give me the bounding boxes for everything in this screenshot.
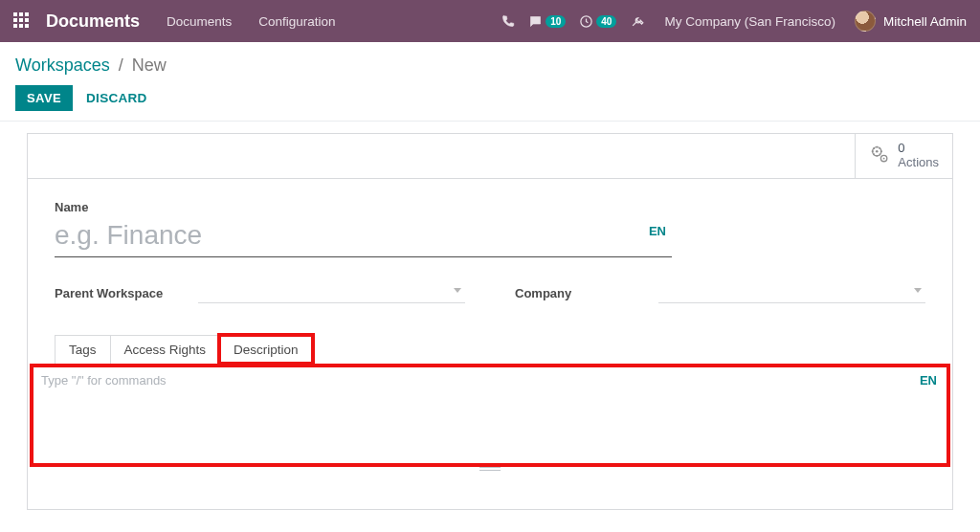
svg-point-4	[883, 158, 885, 160]
nav-documents[interactable]: Documents	[167, 14, 232, 29]
tab-tags[interactable]: Tags	[55, 335, 111, 364]
tab-description[interactable]: Description	[219, 335, 313, 364]
company-switcher[interactable]: My Company (San Francisco)	[664, 14, 835, 29]
phone-icon[interactable]	[501, 14, 515, 29]
name-input[interactable]	[55, 218, 672, 257]
breadcrumb: Workspaces / New	[15, 55, 965, 76]
actions-count: 0	[898, 142, 939, 156]
tabs: Tags Access Rights Description	[55, 335, 925, 364]
company-select[interactable]	[658, 282, 925, 303]
avatar	[855, 11, 876, 32]
actions-stat-button[interactable]: 0 Actions	[855, 134, 952, 178]
app-title: Documents	[46, 11, 140, 32]
company-label: Company	[515, 282, 658, 300]
breadcrumb-current: New	[132, 55, 167, 75]
actions-label: Actions	[898, 156, 939, 170]
dev-tools-icon[interactable]	[630, 14, 644, 29]
description-translate-button[interactable]: EN	[920, 373, 937, 388]
tab-access-rights[interactable]: Access Rights	[110, 335, 221, 364]
svg-point-2	[876, 150, 879, 153]
name-translate-button[interactable]: EN	[649, 224, 666, 238]
chat-icon[interactable]: 10	[528, 14, 566, 29]
chat-badge: 10	[546, 15, 566, 28]
nav-configuration[interactable]: Configuration	[258, 14, 335, 29]
parent-workspace-label: Parent Workspace	[55, 282, 198, 300]
control-panel: Workspaces / New SAVE DISCARD	[0, 42, 980, 122]
statusbar: 0 Actions	[28, 134, 952, 179]
breadcrumb-root[interactable]: Workspaces	[15, 55, 110, 75]
resize-handle[interactable]	[479, 467, 501, 471]
navbar: Documents Documents Configuration 10 40 …	[0, 0, 980, 42]
form-sheet: 0 Actions Name EN Parent Workspace Compa…	[27, 133, 953, 510]
save-button[interactable]: SAVE	[15, 85, 73, 111]
page-body: 0 Actions Name EN Parent Workspace Compa…	[0, 122, 980, 510]
user-menu[interactable]: Mitchell Admin	[855, 11, 967, 32]
user-name: Mitchell Admin	[883, 14, 967, 29]
gears-icon	[869, 144, 890, 168]
description-editor[interactable]: Type "/" for commands EN	[28, 364, 952, 467]
discard-button[interactable]: DISCARD	[86, 91, 147, 105]
name-label: Name	[55, 200, 925, 214]
apps-icon[interactable]	[13, 12, 31, 30]
activity-badge: 40	[596, 15, 616, 28]
activity-icon[interactable]: 40	[579, 14, 616, 29]
parent-workspace-select[interactable]	[198, 282, 465, 303]
editor-placeholder: Type "/" for commands	[41, 373, 167, 388]
